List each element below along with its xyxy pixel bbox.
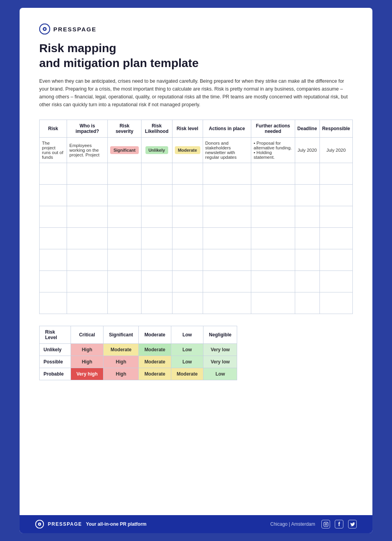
footer-logo-icon (35, 520, 44, 528)
svg-point-5 (39, 523, 40, 525)
matrix-row: PossibleHighHighModerateLowVery low (40, 356, 237, 368)
svg-point-7 (325, 523, 327, 525)
header-logo: PRESSPAGE (39, 24, 353, 34)
table-row (40, 228, 353, 249)
matrix-cell: Moderate (103, 344, 139, 356)
table-row (40, 271, 353, 292)
matrix-cell: Low (171, 356, 203, 368)
page-title: Risk mappingand mitigation plan template (39, 41, 353, 70)
matrix-corner-label: RiskLevel (40, 326, 71, 344)
matrix-cell: High (103, 368, 139, 380)
matrix-cell: Moderate (171, 368, 203, 380)
facebook-icon[interactable]: f (335, 520, 343, 528)
risk-main-table: Risk Who is impacted? Risk severity Risk… (39, 120, 353, 314)
table-row (40, 249, 353, 271)
page-footer: PRESSPAGE Your all-in-one PR platform Ch… (20, 515, 372, 533)
matrix-row: UnlikelyHighModerateModerateLowVery low (40, 344, 237, 356)
matrix-row-label: Possible (40, 356, 71, 368)
logo-text: PRESSPAGE (53, 26, 96, 33)
col-responsible: Responsible (319, 120, 352, 138)
col-further: Further actions needed (251, 120, 295, 138)
table-row (40, 292, 353, 314)
footer-tagline: Your all-in-one PR platform (86, 521, 146, 527)
table-row (40, 185, 353, 206)
matrix-cell: Very high (71, 368, 103, 380)
matrix-cell: Very low (203, 344, 237, 356)
svg-point-8 (327, 523, 327, 523)
footer-social: f (321, 520, 357, 528)
svg-point-2 (44, 28, 45, 30)
matrix-header-row: RiskLevel CriticalSignificantModerateLow… (40, 326, 237, 344)
matrix-row-label: Probable (40, 368, 71, 380)
svg-rect-6 (324, 522, 328, 526)
col-deadline: Deadline (295, 120, 319, 138)
footer-brand: PRESSPAGE (48, 521, 82, 527)
matrix-cell: Moderate (139, 368, 171, 380)
matrix-cell: Very low (203, 356, 237, 368)
col-actions: Actions in place (203, 120, 251, 138)
matrix-cell: Low (203, 368, 237, 380)
intro-paragraph: Even when they can be anticipated, crise… (39, 77, 353, 109)
matrix-cell: High (71, 344, 103, 356)
presspage-logo-icon (39, 24, 50, 34)
table-row (40, 163, 353, 185)
col-likelihood: Risk Likelihood (141, 120, 172, 138)
matrix-cell: Moderate (139, 356, 171, 368)
footer-left: PRESSPAGE Your all-in-one PR platform (35, 520, 147, 528)
col-level: Risk level (172, 120, 203, 138)
risk-matrix-section: RiskLevel CriticalSignificantModerateLow… (39, 326, 353, 380)
table-row (40, 206, 353, 228)
footer-location: Chicago | Amsterdam (270, 521, 316, 527)
risk-level-matrix: RiskLevel CriticalSignificantModerateLow… (39, 326, 237, 380)
matrix-cell: Low (171, 344, 203, 356)
matrix-cell: High (103, 356, 139, 368)
matrix-row-label: Unlikely (40, 344, 71, 356)
twitter-icon[interactable] (348, 520, 357, 528)
instagram-icon[interactable] (321, 520, 330, 528)
document-page: PRESSPAGE Risk mappingand mitigation pla… (20, 8, 372, 533)
col-severity: Risk severity (108, 120, 142, 138)
matrix-row: ProbableVery highHighModerateModerateLow (40, 368, 237, 380)
matrix-cell: High (71, 356, 103, 368)
col-risk: Risk (40, 120, 67, 138)
table-header-row: Risk Who is impacted? Risk severity Risk… (40, 120, 353, 138)
matrix-cell: Moderate (139, 344, 171, 356)
table-row: The project runs out of fundsEmployees w… (40, 138, 353, 163)
footer-right: Chicago | Amsterdam f (270, 520, 357, 528)
col-who: Who is impacted? (67, 120, 108, 138)
